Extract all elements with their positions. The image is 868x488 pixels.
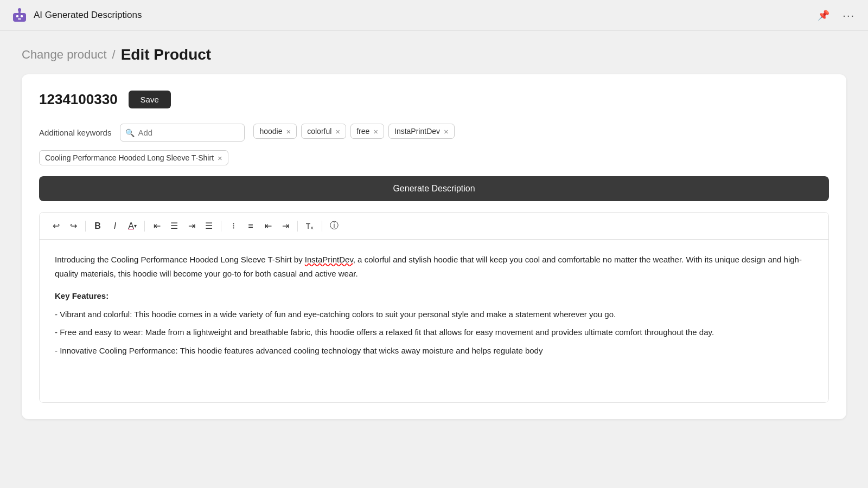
clear-format-icon: Tₓ xyxy=(306,222,314,230)
tag-long: Cooling Performance Hooded Long Sleeve T… xyxy=(39,150,228,165)
instaprintdev-link: InstaPrintDev xyxy=(305,255,353,264)
undo-icon: ↩ xyxy=(53,221,60,231)
tag-remove-free[interactable]: × xyxy=(373,127,378,136)
tag-long-label: Cooling Performance Hooded Long Sleeve T… xyxy=(45,153,214,162)
bold-button[interactable]: B xyxy=(90,219,105,233)
robot-icon xyxy=(11,7,28,24)
keywords-row: Additional keywords 🔍 hoodie × colorful … xyxy=(39,124,829,142)
tag-label: colorful xyxy=(307,127,331,136)
header-right: 📌 ··· xyxy=(815,7,857,24)
italic-button[interactable]: I xyxy=(107,219,123,233)
editor-bullet-1: - Vibrant and colorful: This hoodie come… xyxy=(55,307,813,322)
align-left-icon: ⇤ xyxy=(154,221,161,231)
highlight-button[interactable]: A ▾ xyxy=(125,219,140,233)
breadcrumb: Change product / Edit Product xyxy=(0,31,868,74)
svg-point-5 xyxy=(18,8,21,11)
italic-icon: I xyxy=(114,221,116,231)
align-left-button[interactable]: ⇤ xyxy=(149,219,164,233)
indent-decrease-icon: ⇤ xyxy=(265,221,272,231)
app-title: AI Generated Descriptions xyxy=(34,10,142,21)
tag-remove-hoodie[interactable]: × xyxy=(286,127,291,136)
main-card: 1234100330 Save Additional keywords 🔍 ho… xyxy=(22,74,846,419)
pin-button[interactable]: 📌 xyxy=(815,7,832,23)
align-right-icon: ⇥ xyxy=(188,221,195,231)
app-header: AI Generated Descriptions 📌 ··· xyxy=(0,0,868,31)
svg-rect-2 xyxy=(21,15,23,17)
tag-remove-instaprintdev[interactable]: × xyxy=(444,127,449,136)
help-button[interactable]: ⓘ xyxy=(327,218,342,234)
editor-toolbar: ↩ ↪ B I A ▾ ⇤ ☰ ⇥ xyxy=(40,213,828,240)
header-left: AI Generated Descriptions xyxy=(11,7,142,24)
bullet-list-button[interactable]: ⁝ xyxy=(226,219,241,233)
svg-rect-7 xyxy=(24,17,25,20)
svg-rect-0 xyxy=(13,13,26,22)
keywords-label: Additional keywords xyxy=(39,124,111,137)
keywords-input[interactable] xyxy=(120,124,245,142)
pin-icon: 📌 xyxy=(818,10,829,21)
align-justify-icon: ☰ xyxy=(205,221,213,231)
generate-description-button[interactable]: Generate Description xyxy=(39,176,829,201)
help-icon: ⓘ xyxy=(330,220,339,232)
align-center-icon: ☰ xyxy=(170,221,178,231)
more-options-button[interactable]: ··· xyxy=(840,7,857,24)
breadcrumb-current: Edit Product xyxy=(121,46,211,63)
editor-bullet-3: - Innovative Cooling Performance: This h… xyxy=(55,344,813,358)
align-right-button[interactable]: ⇥ xyxy=(184,219,199,233)
numbered-list-icon: ≡ xyxy=(248,221,253,231)
indent-increase-icon: ⇥ xyxy=(282,221,289,231)
toolbar-separator-5 xyxy=(322,221,322,232)
tag-label: hoodie xyxy=(259,127,282,136)
tag-free: free × xyxy=(350,124,384,139)
editor-bullet-2: - Free and easy to wear: Made from a lig… xyxy=(55,325,813,339)
numbered-list-button[interactable]: ≡ xyxy=(243,219,258,233)
breadcrumb-link[interactable]: Change product xyxy=(22,48,107,62)
tag-instaprintdev: InstaPrintDev × xyxy=(388,124,455,139)
svg-rect-6 xyxy=(14,17,15,20)
breadcrumb-separator: / xyxy=(112,48,116,62)
undo-button[interactable]: ↩ xyxy=(48,219,63,233)
redo-icon: ↪ xyxy=(70,221,77,231)
long-tag-row: Cooling Performance Hooded Long Sleeve T… xyxy=(39,150,829,165)
tag-colorful: colorful × xyxy=(301,124,346,139)
redo-button[interactable]: ↪ xyxy=(66,219,81,233)
product-header: 1234100330 Save xyxy=(39,91,829,108)
toolbar-separator-4 xyxy=(297,221,298,232)
tag-remove-colorful[interactable]: × xyxy=(335,127,340,136)
tag-label: free xyxy=(356,127,369,136)
indent-decrease-button[interactable]: ⇤ xyxy=(260,219,276,233)
editor-content[interactable]: Introducing the Cooling Performance Hood… xyxy=(40,240,828,402)
toolbar-separator-3 xyxy=(221,221,221,232)
svg-rect-1 xyxy=(16,15,18,17)
tag-label: InstaPrintDev xyxy=(394,127,440,136)
highlight-dropdown-icon: ▾ xyxy=(134,223,137,229)
toolbar-separator-2 xyxy=(144,221,145,232)
highlight-icon: A xyxy=(128,221,134,231)
clear-format-button[interactable]: Tₓ xyxy=(302,220,317,233)
keywords-input-wrap: 🔍 xyxy=(120,124,245,142)
more-icon: ··· xyxy=(843,9,855,21)
bullet-list-icon: ⁝ xyxy=(232,221,235,231)
bold-icon: B xyxy=(94,221,101,231)
align-justify-button[interactable]: ☰ xyxy=(201,219,216,233)
product-id: 1234100330 xyxy=(39,91,118,108)
svg-rect-3 xyxy=(18,18,21,20)
tag-hoodie: hoodie × xyxy=(253,124,297,139)
editor-key-features-heading: Key Features: xyxy=(55,289,813,303)
align-center-button[interactable]: ☰ xyxy=(167,219,182,233)
toolbar-separator-1 xyxy=(85,221,86,232)
indent-increase-button[interactable]: ⇥ xyxy=(278,219,293,233)
editor-paragraph-1: Introducing the Cooling Performance Hood… xyxy=(55,253,813,280)
tag-remove-long[interactable]: × xyxy=(218,154,222,162)
tags-container: hoodie × colorful × free × InstaPrintDev… xyxy=(253,124,454,139)
editor-card: ↩ ↪ B I A ▾ ⇤ ☰ ⇥ xyxy=(39,212,829,403)
save-button[interactable]: Save xyxy=(129,91,171,108)
